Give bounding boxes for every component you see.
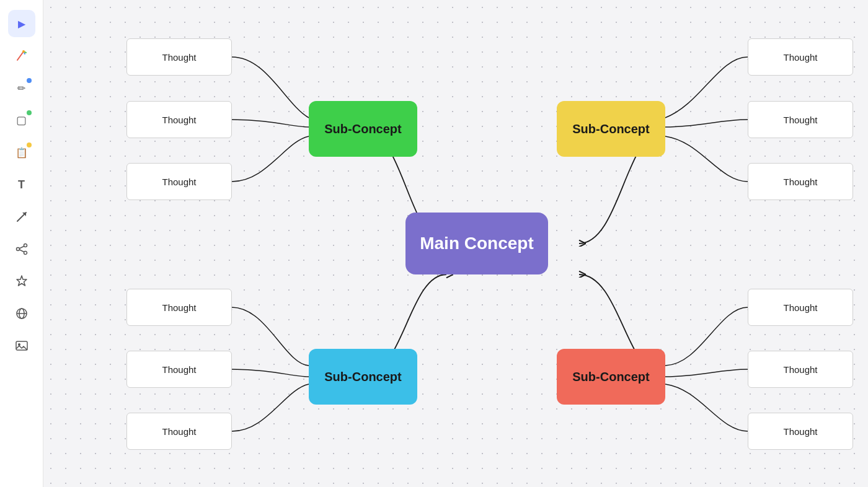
sub-concept-yellow-node[interactable]: Sub-Concept xyxy=(557,101,665,157)
canvas[interactable]: Main Concept Sub-Concept Sub-Concept Sub… xyxy=(43,0,868,487)
thought-node-left-2[interactable]: Thought xyxy=(126,101,232,138)
arrow-icon xyxy=(15,210,29,224)
thought-node-right-4[interactable]: Thought xyxy=(748,289,853,326)
thought-node-right-2[interactable]: Thought xyxy=(748,101,853,138)
thought-label-left-6: Thought xyxy=(162,426,196,437)
main-concept-node[interactable]: Main Concept xyxy=(405,213,548,274)
sidebar-item-smart[interactable] xyxy=(8,268,35,295)
thought-node-right-5[interactable]: Thought xyxy=(748,351,853,388)
magic-icon xyxy=(15,49,29,63)
svg-point-4 xyxy=(24,252,27,255)
pencil-icon xyxy=(17,82,25,95)
sidebar-item-image[interactable] xyxy=(8,332,35,359)
rect-icon xyxy=(16,113,27,127)
thought-node-left-4[interactable]: Thought xyxy=(126,289,232,326)
thought-node-right-3[interactable]: Thought xyxy=(748,163,853,200)
image-icon xyxy=(15,339,29,353)
thought-node-left-6[interactable]: Thought xyxy=(126,413,232,450)
sidebar-item-connect[interactable] xyxy=(8,235,35,263)
text-icon xyxy=(18,178,25,191)
thought-node-right-1[interactable]: Thought xyxy=(748,38,853,76)
thought-label-right-3: Thought xyxy=(783,177,817,187)
thought-label-right-1: Thought xyxy=(783,52,817,63)
thought-label-right-4: Thought xyxy=(783,302,817,313)
globe-icon xyxy=(15,307,29,320)
sidebar-item-pencil[interactable] xyxy=(8,74,35,102)
thought-label-left-3: Thought xyxy=(162,177,196,187)
sub-concept-green-node[interactable]: Sub-Concept xyxy=(309,101,417,157)
thought-node-right-6[interactable]: Thought xyxy=(748,413,853,450)
sub-concept-yellow-label: Sub-Concept xyxy=(572,122,649,136)
sidebar-item-cursor[interactable] xyxy=(8,10,35,37)
thought-node-left-5[interactable]: Thought xyxy=(126,351,232,388)
sub-concept-cyan-label: Sub-Concept xyxy=(324,370,401,384)
note-icon xyxy=(16,146,28,159)
svg-point-3 xyxy=(24,244,27,247)
sidebar-item-magic[interactable] xyxy=(8,42,35,69)
sidebar-item-globe[interactable] xyxy=(8,300,35,327)
sidebar-item-arrow[interactable] xyxy=(8,203,35,230)
sub-concept-green-label: Sub-Concept xyxy=(324,122,401,136)
thought-label-right-2: Thought xyxy=(783,115,817,125)
rect-dot xyxy=(27,110,32,115)
sidebar-item-note[interactable] xyxy=(8,139,35,166)
thought-node-left-1[interactable]: Thought xyxy=(126,38,232,76)
connect-icon xyxy=(15,242,29,256)
sidebar-item-text[interactable] xyxy=(8,171,35,198)
sub-concept-cyan-node[interactable]: Sub-Concept xyxy=(309,349,417,405)
svg-point-0 xyxy=(22,50,25,53)
thought-label-left-1: Thought xyxy=(162,52,196,63)
note-dot xyxy=(27,143,32,147)
thought-label-left-2: Thought xyxy=(162,115,196,125)
thought-label-left-4: Thought xyxy=(162,302,196,313)
svg-point-2 xyxy=(16,248,19,251)
sidebar xyxy=(0,0,43,487)
pencil-dot xyxy=(27,78,32,83)
svg-line-5 xyxy=(19,247,24,249)
smart-icon xyxy=(15,274,29,288)
svg-line-6 xyxy=(19,250,24,252)
thought-label-right-6: Thought xyxy=(783,426,817,437)
thought-node-left-3[interactable]: Thought xyxy=(126,163,232,200)
sub-concept-red-node[interactable]: Sub-Concept xyxy=(557,349,665,405)
cursor-icon xyxy=(18,17,25,30)
thought-label-left-5: Thought xyxy=(162,364,196,375)
thought-label-right-5: Thought xyxy=(783,364,817,375)
main-concept-label: Main Concept xyxy=(420,234,534,253)
sub-concept-red-label: Sub-Concept xyxy=(572,370,649,384)
sidebar-item-rect[interactable] xyxy=(8,107,35,134)
